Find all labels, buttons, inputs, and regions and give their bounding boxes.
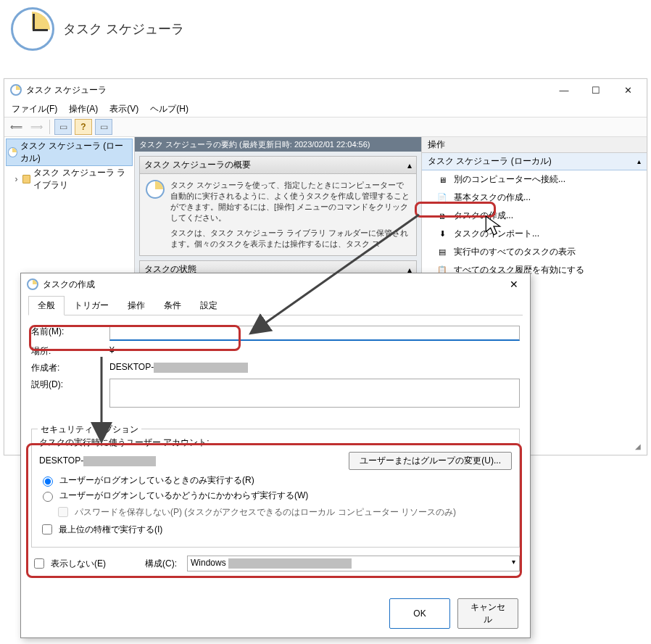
change-user-button[interactable]: ユーザーまたはグループの変更(U)... <box>349 452 512 470</box>
account-value: DESKTOP- <box>39 455 156 466</box>
action-label: 別のコンピューターへ接続... <box>454 173 565 186</box>
close-button[interactable]: ✕ <box>612 80 644 100</box>
task-icon: 📄 <box>436 192 448 204</box>
folder-icon <box>22 175 30 183</box>
tab-settings[interactable]: 設定 <box>191 296 227 315</box>
config-label: 構成(C): <box>145 558 177 570</box>
action-import[interactable]: ⬇ タスクのインポート... <box>422 225 647 243</box>
check-no-password-label: パスワードを保存しない(P) (タスクがアクセスできるのはローカル コンピュータ… <box>75 506 456 519</box>
titlebar: タスク スケジューラ — ☐ ✕ <box>4 79 647 101</box>
app-title: タスク スケジューラ <box>63 20 184 38</box>
expander-icon[interactable]: › <box>13 174 20 184</box>
tab-triggers[interactable]: トリガー <box>65 296 118 315</box>
minimize-button[interactable]: — <box>548 80 580 100</box>
menubar: ファイル(F) 操作(A) 表示(V) ヘルプ(H) <box>4 101 647 117</box>
maximize-button[interactable]: ☐ <box>580 80 612 100</box>
actions-subheader: タスク スケジューラ (ローカル) ▴ <box>422 153 647 170</box>
dialog-title: タスクの作成 <box>43 278 95 291</box>
ok-button[interactable]: OK <box>389 598 450 629</box>
check-hidden-label: 表示しない(E) <box>51 558 106 570</box>
security-title: セキュリティ オプション <box>38 424 141 436</box>
radio-any-time[interactable] <box>43 492 53 502</box>
author-value: DESKTOP- <box>109 362 520 373</box>
menu-action[interactable]: 操作(A) <box>65 102 102 117</box>
overview-title: タスク スケジューラの概要 <box>144 159 251 171</box>
tree-root[interactable]: タスク スケジューラ (ローカル) <box>6 139 133 166</box>
check-hidden[interactable] <box>34 558 44 569</box>
action-label: 実行中のすべてのタスクの表示 <box>454 246 576 258</box>
tree-child-label: タスク スケジューラ ライブラリ <box>33 167 131 191</box>
radio-logon-label: ユーザーがログオンしているときのみ実行する(R) <box>59 474 254 487</box>
check-no-password <box>58 507 68 517</box>
collapse-icon[interactable]: ▴ <box>407 160 412 170</box>
name-label: 名前(M): <box>31 326 104 338</box>
action-connect[interactable]: 🖥 別のコンピューターへ接続... <box>422 170 647 189</box>
help-button[interactable]: ? <box>75 119 92 135</box>
tree-child[interactable]: › タスク スケジューラ ライブラリ <box>6 166 133 192</box>
location-value: ¥ <box>109 345 520 355</box>
new-icon: 🗎 <box>436 210 448 222</box>
dialog-close-button[interactable]: ✕ <box>502 276 526 292</box>
overview-text-1: タスク スケジューラを使って、指定したときにコンピューターで自動的に実行されるよ… <box>170 180 410 223</box>
action-basic-task[interactable]: 📄 基本タスクの作成... <box>422 189 647 207</box>
action-label: タスクの作成... <box>454 210 513 222</box>
tab-conditions[interactable]: 条件 <box>154 296 191 315</box>
clock-icon <box>27 278 38 290</box>
menu-file[interactable]: ファイル(F) <box>7 102 62 117</box>
clock-icon <box>146 180 165 199</box>
check-highest-label: 最上位の特権で実行する(I) <box>59 524 162 536</box>
overview-text-2: タスクは、タスク スケジューラ ライブラリ フォルダーに保管されます。個々のタス… <box>170 228 410 249</box>
check-highest-priv[interactable] <box>42 524 52 534</box>
cancel-button[interactable]: キャンセル <box>457 598 518 629</box>
overview-panel: タスク スケジューラの概要 ▴ タスク スケジューラを使って、指定したときにコン… <box>139 156 417 256</box>
tab-actions[interactable]: 操作 <box>118 296 154 315</box>
list-icon: ▤ <box>436 247 448 258</box>
collapse-icon[interactable]: ▴ <box>637 157 641 165</box>
radio-logon-only[interactable] <box>43 476 53 487</box>
toolbar: ⟸ ⟹ ▭ ? ▭ <box>4 117 647 137</box>
app-header: タスク スケジューラ <box>11 7 184 51</box>
security-group: セキュリティ オプション タスクの実行時に使うユーザー アカウント: DESKT… <box>31 429 520 548</box>
import-icon: ⬇ <box>436 228 448 240</box>
location-label: 場所: <box>31 345 104 358</box>
description-label: 説明(D): <box>31 379 104 391</box>
action-label: 基本タスクの作成... <box>454 191 531 204</box>
menu-view[interactable]: 表示(V) <box>105 102 143 117</box>
actions-header: 操作 <box>422 137 647 153</box>
description-input[interactable] <box>109 379 520 408</box>
account-label: タスクの実行時に使うユーザー アカウント: <box>39 437 512 449</box>
resize-grip-icon: ◢ <box>635 442 641 450</box>
menu-help[interactable]: ヘルプ(H) <box>146 102 193 117</box>
action-create-task[interactable]: 🗎 タスクの作成... <box>422 207 647 225</box>
toolbar-button-a[interactable]: ▭ <box>54 119 72 135</box>
tree-root-label: タスク スケジューラ (ローカル) <box>20 140 130 165</box>
computer-icon: 🖥 <box>436 174 448 186</box>
name-input[interactable] <box>109 326 520 341</box>
back-button[interactable]: ⟸ <box>7 119 25 135</box>
radio-any-label: ユーザーがログオンしているかどうかにかかわらず実行する(W) <box>59 490 308 502</box>
clock-icon <box>11 7 54 51</box>
author-label: 作成者: <box>31 362 104 374</box>
clock-icon <box>8 147 17 157</box>
dialog-tabs: 全般 トリガー 操作 条件 設定 <box>28 295 523 315</box>
config-select[interactable]: Windows <box>187 556 520 571</box>
toolbar-button-b[interactable]: ▭ <box>95 119 112 135</box>
forward-button[interactable]: ⟹ <box>28 119 45 135</box>
summary-header: タスク スケジューラの要約 (最終更新日時: 2023/02/01 22:04:… <box>135 137 421 152</box>
clock-icon <box>10 84 22 96</box>
action-label: タスクのインポート... <box>454 228 539 240</box>
create-task-dialog: タスクの作成 ✕ 全般 トリガー 操作 条件 設定 名前(M): 場所: ¥ 作… <box>20 273 531 638</box>
tab-general[interactable]: 全般 <box>28 296 65 315</box>
action-running[interactable]: ▤ 実行中のすべてのタスクの表示 <box>422 243 647 261</box>
window-title: タスク スケジューラ <box>26 84 107 96</box>
